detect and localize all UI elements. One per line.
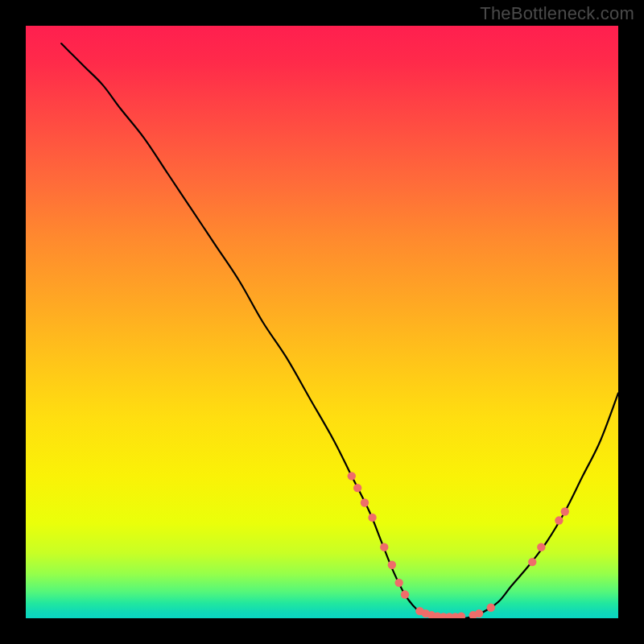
data-marker: [368, 514, 376, 522]
bottleneck-curve: [61, 43, 618, 618]
watermark-text: TheBottleneck.com: [480, 3, 634, 24]
curve-svg: [26, 26, 618, 618]
plot-area: [26, 26, 618, 618]
data-marker: [561, 507, 569, 515]
data-marker: [555, 516, 563, 524]
data-marker: [394, 579, 402, 587]
markers-group: [348, 472, 569, 618]
chart-frame: TheBottleneck.com: [0, 0, 644, 644]
data-marker: [475, 609, 483, 617]
data-marker: [457, 613, 465, 618]
data-marker: [528, 558, 536, 566]
data-marker: [487, 604, 495, 612]
data-marker: [388, 561, 396, 569]
data-marker: [353, 484, 361, 492]
data-marker: [348, 472, 356, 480]
data-marker: [361, 498, 369, 506]
data-marker: [537, 543, 545, 551]
data-marker: [380, 543, 388, 551]
data-marker: [401, 590, 409, 598]
